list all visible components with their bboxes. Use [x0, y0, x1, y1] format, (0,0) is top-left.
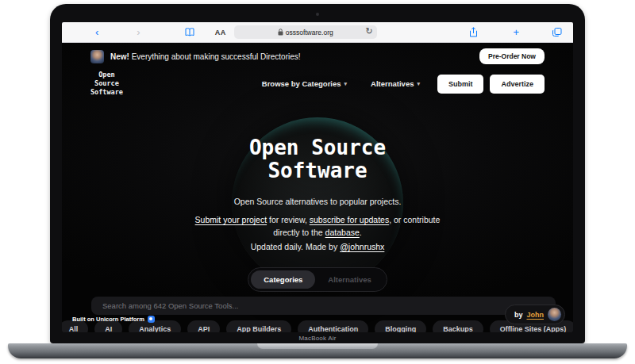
nav-menu: Browse by Categories ▾ Alternatives ▾ [262, 79, 420, 88]
tabs-overview-icon[interactable] [552, 28, 562, 36]
subscribe-link[interactable]: subscribe for updates [310, 215, 389, 224]
macbook-air-label: MacBook Air [50, 335, 585, 342]
search-input[interactable] [91, 297, 556, 315]
back-button[interactable]: ‹ [95, 27, 98, 37]
page-title: Open Source Software [62, 136, 573, 182]
site-logo[interactable]: Open Source Software [90, 71, 123, 97]
nav-item-label: Browse by Categories [262, 79, 341, 88]
main-nav: Open Source Software Browse by Categorie… [62, 64, 573, 97]
database-link[interactable]: database [325, 228, 360, 237]
banner-message: New! Everything about making successful … [110, 52, 301, 61]
macbook-base-notch [257, 343, 378, 349]
macbook-screen-frame: ‹ › AA osssoftware.org ↻ + [50, 4, 585, 343]
nav-item-alternatives[interactable]: Alternatives ▾ [371, 79, 420, 88]
hero-description-text: . [360, 228, 362, 237]
unicorn-platform-icon [148, 316, 155, 323]
reader-text-size-button[interactable]: AA [215, 29, 226, 36]
view-toggle-wrap: Categories Alternatives [62, 267, 573, 292]
page-title-line: Software [62, 159, 573, 182]
display: ‹ › AA osssoftware.org ↻ + [62, 22, 573, 332]
share-icon[interactable] [469, 27, 478, 37]
banner-message-text: Everything about making successful Direc… [129, 52, 301, 61]
banner-badge: New! [110, 52, 129, 61]
category-pill[interactable]: API [187, 320, 220, 332]
by-name-link[interactable]: John [527, 311, 545, 319]
hero-subtitle: Open Source alternatives to popular proj… [62, 197, 573, 206]
tab-alternatives[interactable]: Alternatives [315, 270, 383, 289]
built-on-badge[interactable]: Built on Unicorn Platform [72, 316, 155, 323]
made-by-badge[interactable]: by John [505, 305, 565, 324]
bookmarks-icon[interactable] [185, 28, 194, 36]
website-content: New! Everything about making successful … [62, 43, 573, 332]
category-pill[interactable]: App Builders [226, 320, 291, 332]
tab-categories[interactable]: Categories [251, 270, 315, 289]
search-bar [91, 297, 556, 315]
category-pill[interactable]: Backups [433, 320, 483, 332]
page: ‹ › AA osssoftware.org ↻ + [0, 0, 635, 364]
john-avatar [548, 308, 561, 321]
chevron-down-icon: ▾ [417, 81, 420, 87]
updated-line: Updated daily. Made by @johnrushx [62, 242, 573, 251]
by-label: by [514, 311, 523, 319]
address-bar[interactable]: osssoftware.org ↻ [234, 25, 377, 39]
nav-buttons: Submit Advertize [437, 75, 545, 94]
logo-line: Open [90, 71, 123, 79]
new-tab-button[interactable]: + [513, 27, 519, 37]
category-pill[interactable]: Blogging [375, 320, 426, 332]
pre-order-button[interactable]: Pre-Order Now [479, 48, 545, 64]
hero-description-text: for review, [267, 215, 310, 224]
forward-button[interactable]: › [137, 27, 140, 37]
webcam-dot [316, 13, 319, 16]
page-title-line: Open Source [62, 136, 573, 159]
lock-icon [278, 29, 283, 36]
view-toggle: Categories Alternatives [248, 267, 387, 292]
updated-text: Updated daily. Made by [251, 242, 340, 251]
reload-icon[interactable]: ↻ [365, 26, 372, 36]
nav-item-browse-categories[interactable]: Browse by Categories ▾ [262, 79, 347, 88]
nav-item-label: Alternatives [371, 79, 414, 88]
category-pill[interactable]: Authentication [298, 320, 368, 332]
hero-description: Submit your project for review, subscrib… [187, 213, 448, 239]
logo-line: Source [90, 79, 123, 88]
submit-button[interactable]: Submit [437, 75, 484, 94]
author-avatar [90, 50, 104, 63]
browser-toolbar: ‹ › AA osssoftware.org ↻ + [62, 22, 573, 43]
chevron-down-icon: ▾ [344, 81, 348, 87]
submit-project-link[interactable]: Submit your project [195, 215, 267, 224]
advertize-button[interactable]: Advertize [490, 75, 545, 94]
johnrushx-link[interactable]: @johnrushx [340, 242, 384, 251]
macbook-base [8, 343, 627, 358]
built-on-label: Built on Unicorn Platform [72, 316, 144, 323]
announcement-banner: New! Everything about making successful … [62, 43, 573, 64]
logo-line: Software [90, 88, 123, 97]
url-text: osssoftware.org [286, 29, 333, 36]
